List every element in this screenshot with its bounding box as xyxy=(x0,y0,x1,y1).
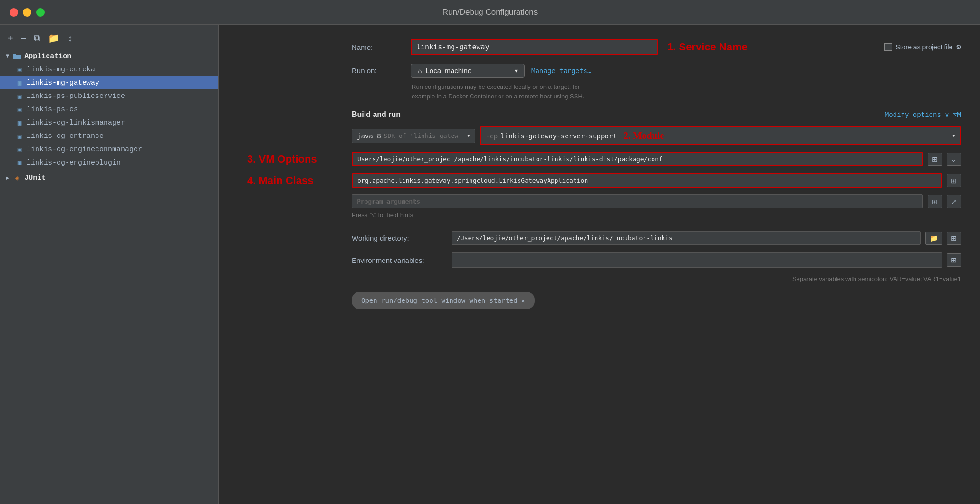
app-icon: ▣ xyxy=(15,92,24,100)
name-label: Name: xyxy=(352,43,404,51)
remove-config-button[interactable]: − xyxy=(19,32,29,45)
workdir-label: Working directory: xyxy=(352,234,447,242)
junit-group-label: JUnit xyxy=(24,174,46,182)
maximize-button[interactable] xyxy=(36,8,45,17)
main-class-browse-btn[interactable]: ⊞ xyxy=(947,174,961,187)
store-label: Store as project file xyxy=(896,43,953,51)
module-annotation: 2. Module xyxy=(624,130,664,141)
runon-label: Run on: xyxy=(352,67,404,75)
sort-config-button[interactable]: ↕ xyxy=(66,32,74,45)
vm-options-browse-btn[interactable]: ⌄ xyxy=(947,153,961,166)
env-vars-label: Environment variables: xyxy=(352,256,447,264)
chevron-down-icon: ▾ xyxy=(467,133,470,139)
chevron-down-icon: ▾ xyxy=(515,68,518,74)
close-small-icon[interactable]: ✕ xyxy=(521,297,525,304)
sidebar-item-label: linkis-ps-cs xyxy=(27,106,78,114)
java-module-row: java 8 SDK of 'linkis-gatew ▾ -cp linkis… xyxy=(352,126,961,145)
sidebar-item-engineplugin[interactable]: ▣ linkis-cg-engineplugin xyxy=(0,156,218,169)
folder-icon xyxy=(13,52,21,60)
open-tool-window-button[interactable]: Open run/debug tool window when started … xyxy=(352,292,535,309)
chevron-down-icon: ▼ xyxy=(6,53,9,59)
java-label: java 8 xyxy=(357,132,381,140)
sep-hint: Separate variables with semicolon: VAR=v… xyxy=(352,275,961,282)
app-icon: ▣ xyxy=(15,105,24,114)
right-panel: Name: 1. Service Name Store as project f… xyxy=(219,25,980,504)
working-directory-input[interactable] xyxy=(452,231,921,245)
chevron-right-icon: ▶ xyxy=(6,174,9,182)
junit-icon: ◈ xyxy=(13,174,21,182)
workdir-edit-btn[interactable]: ⊞ xyxy=(947,232,961,245)
right-panel-inner: Name: 1. Service Name Store as project f… xyxy=(238,39,961,309)
gear-icon[interactable]: ⚙ xyxy=(956,42,961,52)
sidebar-item-label: linkis-cg-entrance xyxy=(27,132,104,140)
app-icon: ▣ xyxy=(15,132,24,140)
svg-rect-1 xyxy=(13,54,16,56)
sidebar-item-engineconn[interactable]: ▣ linkis-cg-engineconnmanager xyxy=(0,143,218,156)
build-run-section-header: Build and run Modify options ∨ ⌥M xyxy=(352,110,961,119)
app-icon: ▣ xyxy=(15,145,24,154)
main-class-row: 4. Main Class ⊞ xyxy=(352,173,961,188)
prog-args-expand-btn[interactable]: ⊞ xyxy=(928,195,942,208)
home-icon: ⌂ xyxy=(418,67,422,75)
sidebar-item-label: linkis-cg-engineplugin xyxy=(27,159,121,167)
application-group-label: Application xyxy=(24,52,71,60)
run-desc-line2: example in a Docker Container or on a re… xyxy=(412,92,961,101)
open-tool-btn-label: Open run/debug tool window when started xyxy=(361,297,518,304)
runon-dropdown[interactable]: ⌂ Local machine ▾ xyxy=(411,64,525,78)
env-vars-edit-btn[interactable]: ⊞ xyxy=(947,253,961,267)
press-hint: Press ⌥ for field hints xyxy=(352,212,413,219)
manage-targets-link[interactable]: Manage targets… xyxy=(531,67,591,75)
vm-options-expand-btn[interactable]: ⊞ xyxy=(928,153,942,166)
window-controls xyxy=(10,8,45,17)
prog-args-input[interactable] xyxy=(352,194,923,208)
sidebar-toolbar: + − ⧉ 📁 ↕ xyxy=(0,29,218,49)
store-checkbox[interactable] xyxy=(884,43,892,51)
sidebar-item-label: linkis-cg-engineconnmanager xyxy=(27,145,142,154)
working-directory-row: Working directory: 📁 ⊞ xyxy=(352,231,961,245)
sidebar-item-cg-manager[interactable]: ▣ linkis-cg-linkismanager xyxy=(0,116,218,129)
vm-options-annotation: 3. VM Options xyxy=(247,153,317,165)
sidebar-item-ps-cs[interactable]: ▣ linkis-ps-cs xyxy=(0,103,218,116)
env-vars-row: Environment variables: ⊞ xyxy=(352,252,961,268)
sidebar-item-label: linkis-mg-gateway xyxy=(27,79,99,87)
vm-options-row: 3. VM Options ⊞ ⌄ xyxy=(352,152,961,166)
titlebar: Run/Debug Configurations xyxy=(0,0,980,25)
module-dropdown[interactable]: -cp linkis-gateway-server-support 2. Mod… xyxy=(480,126,961,145)
store-project-file-area: Store as project file ⚙ xyxy=(884,42,961,52)
vm-options-input[interactable] xyxy=(352,152,923,166)
module-name-label: linkis-gateway-server-support xyxy=(500,132,616,140)
sidebar-item-cg-entrance[interactable]: ▣ linkis-cg-entrance xyxy=(0,129,218,143)
sidebar-group-application[interactable]: ▼ Application xyxy=(0,49,218,63)
close-button[interactable] xyxy=(10,8,18,17)
name-input[interactable] xyxy=(411,39,658,55)
modify-options-link[interactable]: Modify options ∨ ⌥M xyxy=(885,111,961,118)
java-sdk-text: SDK of 'linkis-gatew xyxy=(384,132,459,139)
app-icon: ▣ xyxy=(15,78,24,87)
window-title: Run/Debug Configurations xyxy=(442,8,538,17)
module-cp-label: -cp xyxy=(486,132,498,140)
folder-config-button[interactable]: 📁 xyxy=(46,31,62,45)
copy-config-button[interactable]: ⧉ xyxy=(32,32,42,45)
sidebar-item-gateway[interactable]: ▣ linkis-mg-gateway xyxy=(0,76,218,89)
app-icon: ▣ xyxy=(15,118,24,127)
sidebar-item-publicservice[interactable]: ▣ linkis-ps-publicservice xyxy=(0,89,218,103)
env-vars-input[interactable] xyxy=(452,252,942,268)
app-icon: ▣ xyxy=(15,158,24,167)
sidebar: + − ⧉ 📁 ↕ ▼ Application ▣ linkis-mg-eure… xyxy=(0,25,219,504)
chevron-down-icon: ▾ xyxy=(952,133,955,139)
main-layout: + − ⧉ 📁 ↕ ▼ Application ▣ linkis-mg-eure… xyxy=(0,25,980,504)
main-class-annotation: 4. Main Class xyxy=(247,174,313,187)
sidebar-item-label: linkis-cg-linkismanager xyxy=(27,119,125,127)
workdir-browse-folder-btn[interactable]: 📁 xyxy=(925,232,942,245)
add-config-button[interactable]: + xyxy=(6,32,15,45)
prog-args-fullscreen-btn[interactable]: ⤢ xyxy=(947,195,961,208)
sidebar-item-label: linkis-ps-publicservice xyxy=(27,92,125,100)
main-class-input[interactable] xyxy=(352,173,942,188)
sidebar-item-label: linkis-mg-eureka xyxy=(27,66,95,74)
sidebar-item-eureka[interactable]: ▣ linkis-mg-eureka xyxy=(0,63,218,76)
service-name-annotation: 1. Service Name xyxy=(667,41,748,53)
sidebar-group-junit[interactable]: ▶ ◈ JUnit xyxy=(0,171,218,184)
minimize-button[interactable] xyxy=(23,8,31,17)
java-dropdown[interactable]: java 8 SDK of 'linkis-gatew ▾ xyxy=(352,129,475,143)
run-desc-line1: Run configurations may be executed local… xyxy=(412,82,961,92)
